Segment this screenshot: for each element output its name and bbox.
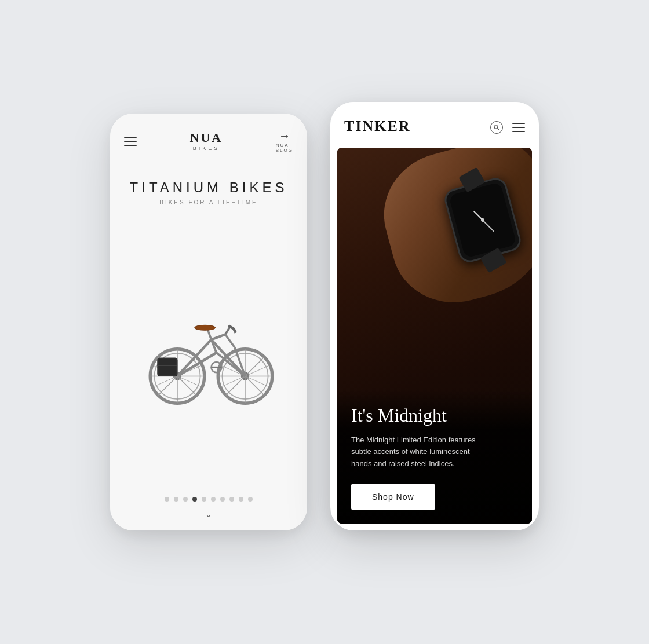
tinker-menu-button[interactable] (512, 123, 525, 132)
dot-4-active[interactable] (192, 497, 197, 502)
arrow-right-icon: → (279, 130, 290, 141)
tinker-hamburger-line-3 (512, 131, 525, 132)
nua-hero-section: TITANIUM BIKES BIKES FOR A LIFETIME (110, 162, 307, 488)
nua-blog-link[interactable]: → NUABLOG (276, 130, 293, 153)
tinker-hero-section: It's Midnight The Midnight Limited Editi… (337, 148, 532, 524)
tinker-hamburger-line-2 (512, 127, 525, 128)
tinker-header: TINKER (330, 102, 539, 148)
tinker-logo-svg: TINKER (344, 116, 414, 134)
watch-visual (337, 148, 532, 354)
dot-10[interactable] (248, 497, 253, 502)
nua-logo: NUA BIKES (190, 131, 223, 151)
hamburger-line-1 (124, 137, 137, 138)
svg-line-23 (212, 334, 225, 339)
shop-now-button[interactable]: Shop Now (351, 484, 435, 510)
tinker-phone-mockup: TINKER (330, 102, 539, 530)
nua-header: NUA BIKES → NUABLOG (110, 114, 307, 162)
hamburger-line-3 (124, 145, 137, 146)
minute-hand-icon (482, 219, 494, 232)
dot-7[interactable] (220, 497, 225, 502)
dot-1[interactable] (165, 497, 169, 502)
search-icon (494, 125, 499, 130)
watch-hands (458, 195, 508, 245)
nua-brand-sub: BIKES (190, 145, 223, 151)
svg-line-38 (498, 128, 499, 130)
svg-point-37 (494, 125, 498, 129)
nua-hero-title: TITANIUM BIKES (130, 180, 288, 196)
dot-9[interactable] (239, 497, 243, 502)
dot-8[interactable] (229, 497, 234, 502)
svg-point-28 (195, 325, 216, 330)
tinker-search-button[interactable] (490, 121, 503, 134)
hamburger-line-2 (124, 141, 137, 142)
dot-6[interactable] (211, 497, 216, 502)
nua-footer: ⌄ (110, 488, 307, 530)
nua-brand-name: NUA (190, 131, 223, 144)
svg-text:TINKER: TINKER (344, 118, 411, 134)
nua-menu-button[interactable] (124, 137, 137, 146)
svg-rect-32 (159, 358, 177, 375)
carousel-dots (165, 497, 253, 502)
nua-blog-label: NUABLOG (276, 142, 293, 153)
svg-line-24 (225, 327, 229, 334)
svg-line-35 (225, 334, 235, 347)
dot-3[interactable] (183, 497, 188, 502)
nua-hero-subtitle: BIKES FOR A LIFETIME (159, 199, 257, 206)
dot-5[interactable] (202, 497, 206, 502)
tinker-description: The Midnight Limited Edition features su… (351, 434, 490, 470)
svg-line-26 (234, 328, 236, 332)
bike-illustration (133, 301, 284, 405)
tinker-header-icons (490, 121, 525, 134)
tinker-hamburger-line-1 (512, 123, 525, 124)
watch-screen (449, 182, 517, 258)
dot-2[interactable] (174, 497, 178, 502)
bike-image (122, 217, 296, 488)
tinker-content-overlay: It's Midnight The Midnight Limited Editi… (337, 389, 532, 524)
tinker-headline: It's Midnight (351, 405, 518, 426)
scene: NUA BIKES → NUABLOG TITANIUM BIKES BIKES… (110, 114, 539, 530)
svg-line-27 (207, 329, 211, 339)
scroll-down-icon[interactable]: ⌄ (205, 510, 212, 519)
nua-phone-mockup: NUA BIKES → NUABLOG TITANIUM BIKES BIKES… (110, 114, 307, 530)
tinker-logo: TINKER (344, 116, 414, 138)
